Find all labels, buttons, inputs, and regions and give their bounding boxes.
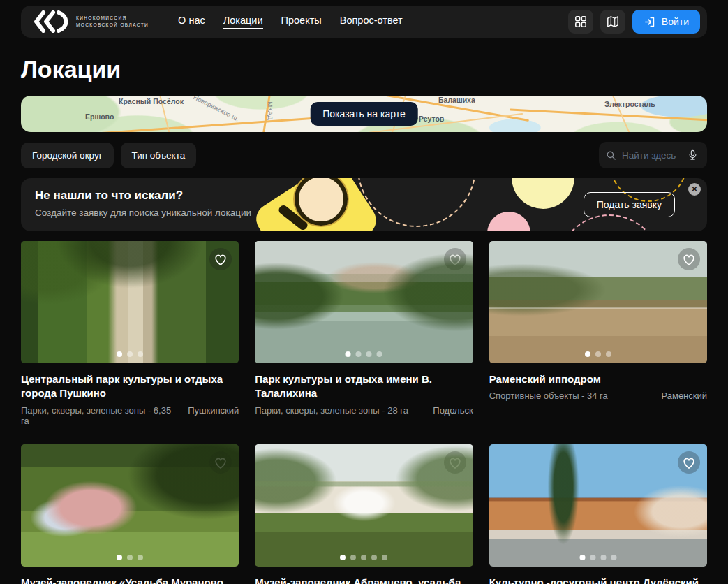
object-type-filter-button[interactable]: Тип объекта — [121, 143, 197, 168]
card-photo[interactable] — [489, 444, 707, 567]
favorite-button[interactable] — [209, 451, 232, 474]
location-card: Центральный парк культуры и отдыха город… — [21, 241, 239, 426]
slide-dot[interactable] — [117, 555, 122, 560]
nav-item-faq[interactable]: Вопрос-ответ — [340, 15, 403, 29]
nav-item-about[interactable]: О нас — [178, 15, 205, 29]
nav-item-locations[interactable]: Локации — [223, 15, 263, 29]
card-category: Спортивные объекты - 34 га — [489, 390, 608, 401]
slide-dots[interactable] — [579, 555, 616, 560]
card-title: Музей-заповедник «Усадьба Мураново им. Ф… — [21, 576, 239, 584]
slide-dot[interactable] — [127, 351, 133, 357]
location-card: Парк культуры и отдыха имени В. Талалихи… — [255, 241, 473, 426]
slide-dot[interactable] — [590, 555, 595, 560]
voice-search-button[interactable] — [688, 149, 698, 161]
card-category: Парки, скверы, зеленые зоны - 6,35 га — [21, 405, 181, 426]
favorite-button[interactable] — [678, 248, 700, 270]
card-title: Музей-заповедник Абрамцево, усадьба Абра… — [255, 576, 473, 584]
card-meta: Парки, скверы, зеленые зоны - 6,35 га Пу… — [21, 405, 239, 426]
slide-dot[interactable] — [117, 351, 122, 357]
map-city-label: Красный Посёлок — [119, 97, 184, 105]
slide-dot[interactable] — [346, 351, 351, 357]
card-district: Раменский — [661, 390, 707, 401]
show-on-map-button[interactable]: Показать на карте — [310, 102, 418, 126]
map-road-label: МКАД — [267, 101, 274, 120]
slide-dot[interactable] — [361, 555, 366, 560]
nav-item-projects[interactable]: Проекты — [281, 15, 322, 29]
map-road-label: Новорижское ш. — [192, 96, 240, 123]
grid-view-button[interactable] — [568, 10, 593, 34]
topbar-actions: Войти — [568, 10, 700, 34]
location-card: Культурно -досуговый центр Дулёвский Общ… — [489, 444, 707, 584]
card-meta: Спортивные объекты - 34 га Раменский — [489, 390, 707, 401]
top-navigation-bar: КИНОКОМИССИЯ МОСКОВСКОЙ ОБЛАСТИ О нас Ло… — [21, 6, 707, 38]
heart-icon — [447, 455, 463, 469]
submit-request-button[interactable]: Подать заявку — [584, 192, 675, 217]
district-filter-button[interactable]: Городской округ — [21, 143, 114, 168]
map-road — [35, 116, 327, 132]
card-district: Пушкинский — [188, 405, 239, 426]
slide-dot[interactable] — [366, 351, 372, 357]
locations-grid: Центральный парк культуры и отдыха город… — [21, 241, 707, 584]
slide-dot[interactable] — [600, 555, 606, 560]
slide-dot[interactable] — [340, 555, 346, 560]
map-road — [510, 108, 707, 121]
card-category: Парки, скверы, зеленые зоны - 28 га — [255, 405, 408, 416]
location-card: Музей-заповедник Абрамцево, усадьба Абра… — [255, 444, 473, 584]
filters-row: Городской округ Тип объекта — [21, 142, 707, 168]
card-photo[interactable] — [255, 444, 473, 567]
card-photo[interactable] — [255, 241, 473, 363]
map-preview-strip[interactable]: Ершово Красный Посёлок Новорижское ш. МК… — [21, 96, 707, 132]
favorite-button[interactable] — [444, 451, 466, 474]
slide-dots[interactable] — [117, 351, 143, 357]
kkmo-logo[interactable]: КИНОКОМИССИЯ МОСКОВСКОЙ ОБЛАСТИ — [34, 10, 149, 33]
grid-icon — [574, 15, 587, 28]
slide-dot[interactable] — [138, 555, 143, 560]
slide-dot[interactable] — [579, 555, 585, 560]
favorite-button[interactable] — [678, 451, 700, 474]
card-title: Раменский ипподром — [489, 372, 707, 386]
heart-icon — [681, 252, 697, 266]
slide-dot[interactable] — [138, 351, 143, 357]
slide-dot[interactable] — [371, 555, 377, 560]
slide-dot[interactable] — [127, 555, 133, 560]
search-icon — [606, 150, 616, 161]
heart-icon — [447, 252, 463, 266]
slide-dots[interactable] — [117, 555, 143, 560]
card-title: Парк культуры и отдыха имени В. Талалихи… — [255, 372, 473, 401]
slide-dot[interactable] — [382, 555, 387, 560]
card-meta: Парки, скверы, зеленые зоны - 28 га Подо… — [255, 405, 473, 416]
slide-dot[interactable] — [350, 555, 356, 560]
location-card: Музей-заповедник «Усадьба Мураново им. Ф… — [21, 444, 239, 584]
favorite-button[interactable] — [209, 248, 232, 270]
page-title: Локации — [21, 56, 707, 83]
slide-dot[interactable] — [595, 351, 601, 357]
search-box[interactable] — [599, 142, 707, 168]
slide-dot[interactable] — [377, 351, 382, 357]
map-icon — [607, 15, 619, 28]
slide-dots[interactable] — [340, 555, 387, 560]
map-view-button[interactable] — [600, 10, 625, 34]
request-promo-banner: Не нашли то что искали? Создайте заявку … — [21, 178, 707, 231]
card-district: Подольск — [433, 405, 473, 416]
slide-dot[interactable] — [606, 351, 611, 357]
card-title: Культурно -досуговый центр Дулёвский — [489, 576, 707, 584]
card-photo[interactable] — [489, 241, 707, 363]
close-icon[interactable]: ✕ — [688, 183, 701, 196]
heart-icon — [213, 455, 228, 469]
logo-caption: КИНОКОМИССИЯ МОСКОВСКОЙ ОБЛАСТИ — [76, 15, 149, 29]
favorite-button[interactable] — [444, 248, 466, 270]
card-photo[interactable] — [21, 444, 239, 567]
login-button[interactable]: Войти — [632, 10, 700, 34]
slide-dots[interactable] — [346, 351, 382, 357]
map-city-label: Балашиха — [438, 96, 475, 104]
map-city-label: Реутов — [419, 115, 444, 123]
card-photo[interactable] — [21, 241, 239, 363]
search-input[interactable] — [622, 150, 682, 161]
slide-dot[interactable] — [356, 351, 362, 357]
slide-dots[interactable] — [585, 351, 611, 357]
heart-icon — [213, 252, 228, 266]
location-card: Раменский ипподром Спортивные объекты - … — [489, 241, 707, 426]
slide-dot[interactable] — [585, 351, 590, 357]
microphone-icon — [688, 149, 698, 161]
slide-dot[interactable] — [611, 555, 616, 560]
